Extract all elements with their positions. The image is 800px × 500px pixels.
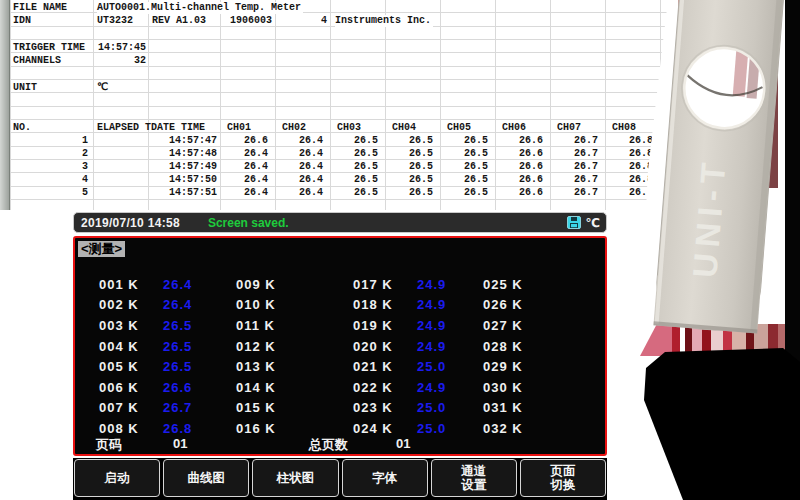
cell-label: IDN: [13, 15, 31, 27]
softkey-label: 柱状图: [277, 471, 315, 485]
softkey-page-switch[interactable]: 页面切换: [520, 459, 606, 497]
channel-value: 25.0: [417, 421, 467, 436]
channel-value: 26.4: [163, 277, 213, 292]
cell-channels: 32: [86, 55, 146, 67]
channel-label: 021 K: [353, 359, 417, 374]
channel-row: 013 K: [236, 356, 350, 377]
softkey-start[interactable]: 启动: [74, 459, 160, 497]
cell-label: UNIT: [13, 82, 37, 94]
status-message: Screen saved.: [208, 216, 289, 230]
channel-row: 005 K26.5: [99, 356, 213, 377]
channel-label: 024 K: [353, 421, 417, 436]
channel-label: 010 K: [236, 297, 300, 312]
col-header: CH05: [447, 122, 471, 134]
cell-time: 14:57:48: [157, 148, 217, 160]
channel-value: 25.0: [417, 359, 467, 374]
channel-label: 013 K: [236, 359, 300, 374]
softkey-label: 切换: [550, 478, 575, 492]
status-bar-right: ℃: [567, 216, 600, 230]
page-label: 页码: [96, 436, 122, 454]
cell-trigger-time: 14:57:45: [86, 42, 146, 54]
softkey-font[interactable]: 字体: [342, 459, 428, 497]
channel-label: 006 K: [99, 380, 163, 395]
channel-label: 020 K: [353, 339, 417, 354]
cell-value: 26.5: [388, 135, 433, 147]
channel-row: 010 K: [236, 295, 350, 316]
cell-value: 26.5: [333, 135, 378, 147]
channel-value: 24.9: [417, 297, 467, 312]
cell-rev: REV A1.03: [152, 15, 206, 27]
channel-row: 026 K: [483, 295, 597, 316]
channel-label: 029 K: [483, 359, 547, 374]
mode-chip: <测量>: [78, 241, 125, 257]
softkey-label: 通道: [461, 464, 486, 478]
channel-row: 030 K: [483, 377, 597, 398]
channel-label: 026 K: [483, 297, 547, 312]
channel-value: 26.6: [163, 380, 213, 395]
cell-label: TRIGGER TIME: [13, 42, 85, 54]
softkey-curve-graph[interactable]: 曲线图: [163, 459, 249, 497]
cell-unit: ℃: [97, 82, 108, 94]
channel-row: 007 K26.7: [99, 398, 213, 419]
black-shadow-shape: [644, 348, 800, 500]
cell-value: 26.6: [223, 135, 268, 147]
row-header-strip: [0, 0, 10, 210]
channel-label: 002 K: [99, 297, 163, 312]
channel-row: 025 K: [483, 274, 597, 295]
cell-value: 26.4: [223, 174, 268, 186]
channel-row: 006 K26.6: [99, 377, 213, 398]
cell-serial: 1906003: [212, 15, 272, 27]
cell-value: 26.4: [278, 174, 323, 186]
channel-column-3: 017 K24.9 018 K24.9 019 K24.9 020 K24.9 …: [353, 274, 467, 439]
cell-time: 14:57:50: [157, 174, 217, 186]
channel-row: 028 K: [483, 336, 597, 357]
cell-value: 26.5: [388, 174, 433, 186]
softkey-label: 曲线图: [188, 471, 226, 485]
channel-value: 24.9: [417, 318, 467, 333]
cell-value: 26.4: [278, 187, 323, 199]
cell-value: 26.6: [498, 148, 543, 160]
channel-value: 24.9: [417, 277, 467, 292]
channel-label: 018 K: [353, 297, 417, 312]
channel-label: 017 K: [353, 277, 417, 292]
device-measure-screen: <测量> 001 K26.4 002 K26.4 003 K26.5 004 K…: [73, 236, 607, 456]
softkey-bar: 启动 曲线图 柱状图 字体 通道设置 页面切换: [73, 458, 607, 500]
channel-row: 015 K: [236, 398, 350, 419]
channel-row: 009 K: [236, 274, 350, 295]
channel-label: 011 K: [236, 318, 300, 333]
cell-value: 26.6: [498, 161, 543, 173]
channel-row: 019 K24.9: [353, 315, 467, 336]
composite-screenshot: { "spreadsheet": { "info": { "file_label…: [0, 0, 800, 500]
cell-no: 1: [48, 135, 88, 147]
softkey-bar-graph[interactable]: 柱状图: [252, 459, 338, 497]
channel-row: 023 K25.0: [353, 398, 467, 419]
channel-label: 005 K: [99, 359, 163, 374]
channel-row: 031 K: [483, 398, 597, 419]
channel-row: 011 K: [236, 315, 350, 336]
channel-row: 021 K25.0: [353, 356, 467, 377]
cell-value: 26.5: [388, 187, 433, 199]
cell-value: 26.4: [223, 187, 268, 199]
cell-label: FILE NAME: [13, 2, 67, 14]
total-pages-number: 01: [396, 436, 410, 451]
channel-row: 027 K: [483, 315, 597, 336]
device-status-bar: 2019/07/10 14:58 Screen saved. ℃: [73, 212, 607, 233]
device-datetime: 2019/07/10 14:58: [81, 216, 180, 230]
channel-row: 002 K26.4: [99, 295, 213, 316]
channel-value: 26.4: [163, 297, 213, 312]
cell-value: 26.5: [443, 174, 488, 186]
channel-column-2: 009 K 010 K 011 K 012 K 013 K 014 K 015 …: [236, 274, 350, 439]
softkey-channel-setup[interactable]: 通道设置: [431, 459, 517, 497]
page-number: 01: [173, 436, 187, 451]
channel-value: 26.7: [163, 400, 213, 415]
col-header: CH06: [502, 122, 526, 134]
channel-row: 020 K24.9: [353, 336, 467, 357]
cell-value: 26.6: [498, 187, 543, 199]
usb-drive-photo: UNI-T: [580, 0, 800, 500]
cell-file-name: AUTO0001.Multi-channel Temp. Meter: [97, 2, 303, 14]
col-header: CH03: [337, 122, 361, 134]
channel-value: 24.9: [417, 380, 467, 395]
cell-model: UT3232: [97, 15, 133, 27]
channel-label: 022 K: [353, 380, 417, 395]
cell-value: 26.5: [388, 161, 433, 173]
